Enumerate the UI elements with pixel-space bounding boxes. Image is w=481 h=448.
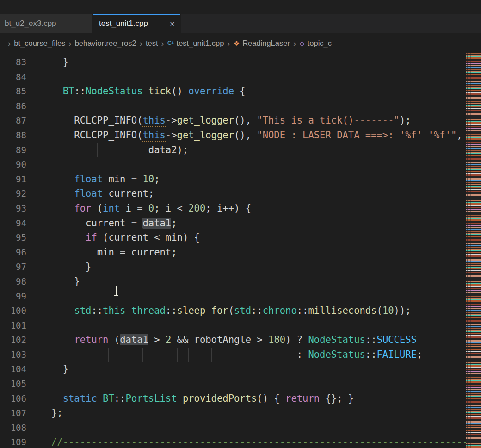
indent-guide-line — [63, 348, 63, 362]
line-number[interactable]: 87 — [0, 113, 26, 128]
line-number[interactable]: 86 — [0, 99, 26, 114]
line-number[interactable]: 109 — [0, 435, 26, 448]
breadcrumb-label: test — [146, 39, 158, 48]
line-number[interactable]: 100 — [0, 304, 26, 318]
line-number[interactable]: 96 — [0, 245, 26, 260]
chevron-right-icon: › — [68, 39, 71, 48]
code-line[interactable]: 103 : NodeStatus::FAILURE; — [0, 348, 466, 362]
code-token — [51, 232, 86, 243]
code-line[interactable]: 88 RCLCPP_INFO(this->get_logger(), "NODE… — [0, 128, 466, 143]
code-token: () — [171, 86, 188, 97]
breadcrumb-item-test[interactable]: test — [146, 39, 158, 48]
indent-guide-line — [188, 348, 189, 362]
indent-guide-line — [63, 230, 63, 245]
code-line[interactable]: 101 — [0, 318, 466, 333]
code-line[interactable]: 92 float current; — [0, 187, 466, 201]
line-number[interactable]: 97 — [0, 260, 26, 274]
breadcrumb-item-bt-course-files[interactable]: bt_course_files — [14, 39, 65, 48]
line-number[interactable]: 83 — [0, 55, 26, 70]
line-number[interactable]: 106 — [0, 392, 26, 406]
code-token: (), — [234, 115, 257, 126]
code-token: , — [456, 130, 462, 141]
cpp-file-icon: C+ — [167, 40, 174, 46]
code-line[interactable]: 95 if (current < min) { — [0, 230, 466, 245]
code-line[interactable]: 97 } — [0, 260, 466, 274]
code-line[interactable]: 87 RCLCPP_INFO(this->get_logger(), "This… — [0, 113, 466, 128]
code-line[interactable]: 102 return (data1 > 2 && robotAngle > 18… — [0, 333, 466, 348]
minimap[interactable] — [466, 53, 481, 448]
line-number[interactable]: 92 — [0, 187, 26, 201]
line-number[interactable]: 93 — [0, 201, 26, 216]
code-editor[interactable]: 83 }8485 BT::NodeStatus tick() override … — [0, 53, 481, 448]
line-number[interactable]: 88 — [0, 128, 26, 143]
breadcrumb-item-behaviortree-ros2[interactable]: behaviortree_ros2 — [75, 39, 136, 48]
line-content: float current; — [51, 187, 154, 201]
line-number[interactable]: 107 — [0, 406, 26, 421]
code-token: :: — [74, 86, 86, 97]
line-number[interactable]: 94 — [0, 216, 26, 231]
breadcrumb-label: topic_c — [308, 39, 332, 48]
tab-bt-u2-ex3-cpp[interactable]: bt_u2_ex3.cpp — [0, 14, 93, 33]
code-line[interactable]: 84 — [0, 70, 466, 85]
code-token: ( — [228, 305, 234, 316]
code-token: min = current; — [51, 247, 177, 258]
code-lines: 83 }8485 BT::NodeStatus tick() override … — [0, 55, 466, 448]
code-line[interactable]: 99 — [0, 289, 466, 304]
code-line[interactable]: 96 min = current; — [0, 245, 466, 260]
line-number[interactable]: 105 — [0, 377, 26, 392]
code-token: ( — [108, 334, 120, 345]
line-number[interactable]: 84 — [0, 70, 26, 85]
code-token: 10 — [143, 174, 154, 185]
code-line[interactable]: 106 static BT::PortsList providedPorts()… — [0, 392, 466, 406]
line-number[interactable]: 95 — [0, 230, 26, 245]
tab-test-unit1-cpp[interactable]: test_unit1.cpp × — [93, 14, 181, 33]
line-content: return (data1 > 2 && robotAngle > 180) ?… — [51, 333, 417, 348]
breadcrumb-item-test-unit1-cpp[interactable]: C+ test_unit1.cpp — [167, 39, 224, 48]
indent-guide-line — [86, 348, 86, 362]
code-line[interactable]: 100 std::this_thread::sleep_for(std::chr… — [0, 304, 466, 318]
code-line[interactable]: 98 } — [0, 274, 466, 289]
indent-guide-line — [74, 260, 74, 274]
close-icon[interactable]: × — [170, 19, 175, 28]
line-number[interactable]: 85 — [0, 84, 26, 99]
code-line[interactable]: 105 — [0, 377, 466, 392]
code-line[interactable]: 85 BT::NodeStatus tick() override { — [0, 84, 466, 99]
line-content: //--------------------------------------… — [51, 435, 468, 448]
code-token: 10 — [382, 305, 394, 316]
code-line[interactable]: 109//-----------------------------------… — [0, 435, 466, 448]
line-number[interactable]: 98 — [0, 274, 26, 289]
line-number[interactable]: 99 — [0, 289, 26, 304]
code-token: static — [63, 393, 97, 404]
code-line[interactable]: 104 } — [0, 362, 466, 377]
code-line[interactable]: 94 current = data1; — [0, 216, 466, 231]
line-content: std::this_thread::sleep_for(std::chrono:… — [51, 304, 411, 318]
line-number[interactable]: 90 — [0, 157, 26, 172]
code-token: if — [86, 232, 97, 243]
line-number[interactable]: 104 — [0, 362, 26, 377]
code-token: RCLCPP_INFO( — [51, 115, 142, 126]
code-token: return — [74, 334, 108, 345]
line-number[interactable]: 89 — [0, 143, 26, 158]
code-token: : — [51, 349, 308, 360]
code-line[interactable]: 90 — [0, 157, 466, 172]
code-line[interactable]: 86 — [0, 99, 466, 114]
code-line[interactable]: 83 } — [0, 55, 466, 70]
code-token: "NODE : LASER DATA ===>: '%f' '%f'" — [257, 130, 456, 141]
breadcrumb-item-readinglaser[interactable]: ❖ ReadingLaser — [234, 39, 290, 48]
line-number[interactable]: 91 — [0, 172, 26, 187]
code-token: float — [74, 174, 103, 185]
line-content: }; — [51, 406, 63, 421]
line-number[interactable]: 103 — [0, 348, 26, 362]
code-token: 200 — [188, 203, 205, 214]
code-line[interactable]: 91 float min = 10; — [0, 172, 466, 187]
code-line[interactable]: 89 data2); — [0, 143, 466, 158]
line-number[interactable]: 101 — [0, 318, 26, 333]
code-line[interactable]: 93 for (int i = 0; i < 200; i++) { — [0, 201, 466, 216]
code-line[interactable]: 107}; — [0, 406, 466, 421]
line-number[interactable]: 108 — [0, 421, 26, 436]
line-number[interactable]: 102 — [0, 333, 26, 348]
breadcrumb-item-topic[interactable]: ◇ topic_c — [299, 39, 332, 48]
indent-guide-line — [177, 348, 178, 362]
code-line[interactable]: 108 — [0, 421, 466, 436]
breadcrumb-label: bt_course_files — [14, 39, 65, 48]
